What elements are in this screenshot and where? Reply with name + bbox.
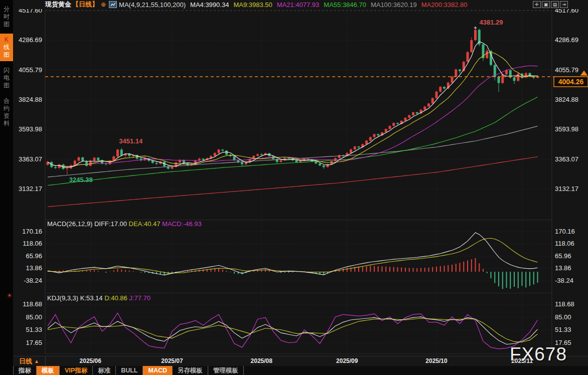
pan-right-icon[interactable]: ▤ [551,1,559,8]
kdj-header-label: KDJ(9,3,3) K:53.14 D:40.86 J:77.70 [47,294,151,302]
ma-values: MA4:3990.34MA9:3983.50MA21:4077.93MA55:3… [186,1,467,9]
price-axis-label: 4517.60 [555,9,578,14]
price-annotation: 3245.38 [69,176,93,183]
price-axis-label: 4055.79 [19,66,42,74]
price-axis-label: 4286.69 [19,36,42,44]
candlestick-series [47,28,539,207]
price-axis-label: 4055.79 [555,66,578,74]
instrument-title: 现货黄金 [45,0,71,9]
tab-kline-chart[interactable]: K线图 [0,34,13,61]
ma-value-label: MA200:3382.80 [421,1,468,9]
kdj-axis-label: 51.33 [555,326,571,333]
last-price-value: 4004.26 [558,78,584,86]
kdj-axis-label: 85.00 [555,313,571,321]
tab-vip-indicator[interactable]: VIP指标 [60,366,93,375]
ma-value-label: MA4:3990.34 [190,1,229,9]
price-axis-label: 3363.07 [555,155,578,163]
sidebar-tab-char: 合 [0,97,13,105]
peak-marker: + [474,25,477,31]
tab-lightning-chart[interactable]: 闪电图 [0,64,13,92]
crosshair-icon[interactable]: ✛ [533,1,541,8]
macd-axis-label: -38.24 [24,277,42,284]
ma-settings-label: MA(4,9,21,55,100,200) [119,1,186,9]
period-selector[interactable]: 日线 ▲ [13,356,46,366]
macd-axis-label: 170.16 [555,228,575,235]
price-axis-label: 3824.88 [555,96,578,103]
x-axis-row: 日线 ▲ 2025/062025/072025/082025/092025/10… [13,356,588,366]
tab-template[interactable]: 模板 [37,366,60,375]
add-compare-icon[interactable]: ⊕ [101,1,106,8]
price-axis-label: 3593.98 [555,125,578,133]
tab-macd[interactable]: MACD [143,366,173,375]
macd-axis-label: 118.06 [555,240,574,247]
tab-standard[interactable]: 标准 [93,366,116,375]
macd-axis-label: 170.16 [22,228,42,235]
price-axis-label: 3132.17 [19,185,42,193]
macd-axis-label: 13.86 [26,264,42,272]
price-annotation: 3451.14 [119,137,143,145]
sidebar-tab-char: 约 [0,105,13,112]
x-axis-label: 2025/11 [511,357,533,364]
macd-axis-label: 118.06 [23,240,42,247]
ma-value-label: MA55:3846.70 [324,1,366,9]
macd-panel [48,233,538,289]
ma-value-label: MA9:3983.50 [233,1,272,9]
x-axis-label: 2025/09 [336,357,358,364]
left-sidebar: 分时图K线图闪电图合约资料 [0,0,13,375]
sidebar-tab-char: 时 [0,13,13,21]
kdj-axis-label: 85.00 [26,313,42,321]
price-axis-label: 4517.60 [19,9,42,14]
sidebar-tab-char: 料 [0,120,13,127]
price-annotation: 4381.29 [480,19,503,26]
fit-range-icon[interactable]: ▣ [542,1,550,8]
sidebar-tab-char: K [0,36,13,44]
tab-time-chart[interactable]: 分时图 [0,3,13,31]
x-axis-label: 2025/10 [425,357,447,364]
up-arrow-icon: ▲ [34,358,39,364]
kdj-panel [48,313,538,349]
sidebar-tab-char: 线 [0,44,13,51]
x-axis-label: 2025/06 [80,357,101,364]
macd-axis-label: 65.96 [555,252,571,260]
macd-header-label: MACD(26,12,9) DIFF:17.00 DEA:40.47 MACD:… [47,220,202,228]
tab-save-template[interactable]: 另存模板 [173,366,208,375]
charting-app: 分时图K线图闪电图合约资料 现货黄金 【日线】 ⊕ MA(4,9,21,55,1… [0,0,588,375]
period-tag[interactable]: 【日线】 [72,0,98,9]
period-label: 日线 [19,357,32,366]
price-alert-icon[interactable] [580,71,587,75]
sidebar-tab-char: 图 [0,21,13,28]
sidebar-tab-char: 图 [0,82,13,89]
tab-bull[interactable]: BULL [116,366,143,375]
macd-axis-label: -38.24 [555,277,573,284]
indicator-burst-icon[interactable]: ☀ [7,292,13,299]
candlestick-chart-icon[interactable] [109,1,117,8]
header-icon-group: ✛▣▤⇥ [533,1,568,8]
price-axis-label: 3593.98 [19,125,42,133]
kdj-axis-label: 118.68 [555,300,574,308]
ma-value-label: MA100:3620.19 [371,1,417,9]
sidebar-tab-char: 分 [0,6,13,13]
sidebar-tab-char: 资 [0,112,13,120]
chart-header: 现货黄金 【日线】 ⊕ MA(4,9,21,55,100,200) MA4:39… [13,0,588,9]
kdj-axis-label: 17.65 [26,339,42,346]
tab-indicator[interactable]: 指标 [13,366,37,375]
macd-axis-label: 13.86 [555,264,571,272]
kdj-axis-label: 51.33 [26,326,42,333]
kdj-axis-label: 17.65 [555,339,571,346]
sidebar-tab-char: 图 [0,51,13,59]
price-axis-label: 4286.69 [555,36,578,44]
sidebar-tab-char: 闪 [0,67,13,74]
sidebar-tab-char: 电 [0,74,13,82]
tab-manage-template[interactable]: 管理模板 [208,366,244,375]
tab-contract-info[interactable]: 合约资料 [0,95,13,130]
chart-canvas[interactable]: 4517.604517.604286.694286.694055.794055.… [13,9,588,356]
price-axis-label: 3824.88 [19,96,42,103]
price-axis-label: 3363.07 [19,155,42,163]
x-axis-label: 2025/08 [251,357,272,364]
price-axis-label: 3132.17 [555,185,578,193]
kdj-axis-label: 118.68 [23,300,42,308]
x-axis-label: 2025/07 [161,357,183,364]
bottom-toolbar: 指标模板VIP指标标准BULLMACD另存模板管理模板 [13,366,588,375]
collapse-panel-icon[interactable]: ⇥ [560,1,568,8]
ma-value-label: MA21:4077.93 [277,1,320,9]
